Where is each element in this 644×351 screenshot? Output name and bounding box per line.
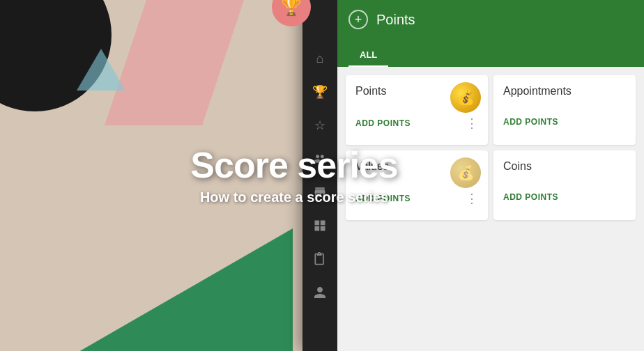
card-points-footer: ADD POINTS ⋮	[355, 117, 478, 130]
bg-pink-shape	[105, 0, 244, 125]
card-coins-footer: ADD POINTS	[503, 192, 626, 202]
tab-all[interactable]: ALL	[348, 44, 388, 67]
coin-icon-values: 💰	[450, 157, 481, 188]
cards-grid: Points 💰 ADD POINTS ⋮ Appointments ADD P…	[337, 67, 644, 228]
bg-green-shape	[56, 170, 293, 351]
side-nav: ⌂ 🏆 ☆	[302, 0, 337, 351]
nav-star-icon[interactable]: ☆	[310, 116, 330, 135]
card-appointments-footer: ADD POINTS	[503, 117, 626, 127]
app-panel: ⌂ 🏆 ☆ + Points ALL	[302, 0, 644, 351]
add-points-button-values[interactable]: ADD POINTS	[355, 194, 411, 203]
header-title: Points	[376, 12, 415, 28]
nav-clipboard-icon[interactable]	[310, 249, 330, 269]
nav-people-icon[interactable]	[310, 149, 330, 169]
nav-home-icon[interactable]: ⌂	[310, 49, 330, 68]
tab-bar: ALL	[337, 39, 644, 67]
nav-trophy-icon[interactable]: 🏆	[310, 82, 330, 102]
add-points-header-button[interactable]: +	[348, 10, 368, 29]
nav-store-icon[interactable]	[310, 182, 330, 202]
card-points: Points 💰 ADD POINTS ⋮	[346, 75, 488, 145]
card-values-footer: ADD POINTS ⋮	[355, 192, 478, 205]
card-values: Values 💰 ADD POINTS ⋮	[346, 150, 488, 220]
card-appointments: Appointments ADD POINTS	[493, 75, 636, 145]
add-points-button-appointments[interactable]: ADD POINTS	[503, 117, 558, 127]
nav-grid-icon[interactable]	[310, 216, 330, 235]
card-values-menu[interactable]: ⋮	[466, 192, 478, 205]
card-appointments-title: Appointments	[503, 85, 626, 98]
add-points-button-points[interactable]: ADD POINTS	[355, 118, 411, 128]
add-points-button-coins[interactable]: ADD POINTS	[503, 192, 558, 202]
nav-profile-icon[interactable]	[310, 283, 330, 302]
coin-icon-points: 💰	[450, 82, 481, 113]
card-coins: Coins ADD POINTS	[493, 150, 636, 220]
card-points-menu[interactable]: ⋮	[466, 117, 478, 130]
card-coins-title: Coins	[503, 160, 626, 173]
panel-content: + Points ALL Points 💰 ADD POINTS ⋮ Appoi	[337, 0, 644, 351]
app-header: + Points	[337, 0, 644, 39]
bg-triangle	[77, 49, 125, 91]
